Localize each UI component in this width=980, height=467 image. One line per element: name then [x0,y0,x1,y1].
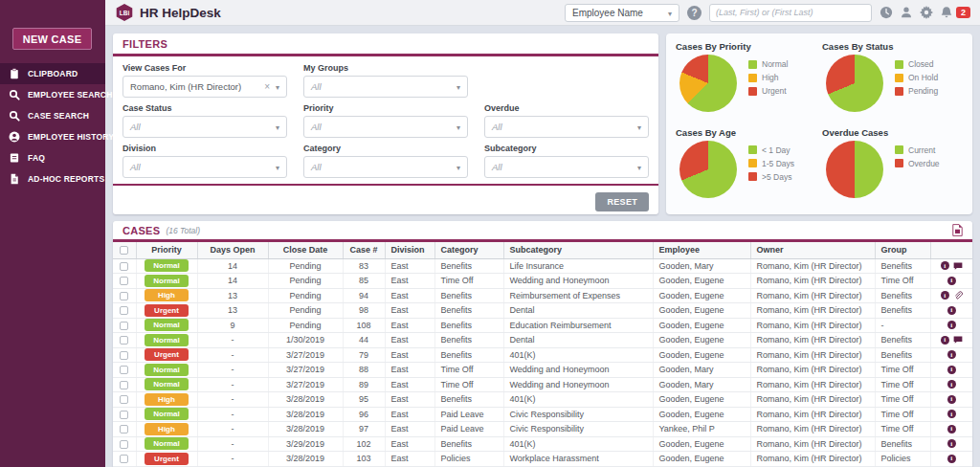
cell-icons: i [930,347,972,363]
column-header-days_open[interactable]: Days Open [197,242,268,258]
info-icon[interactable]: i [941,336,949,345]
new-case-button[interactable]: NEW CASE [12,28,92,50]
info-icon[interactable]: i [947,395,956,404]
view-cases-for-dropdown[interactable]: Romano, Kim (HR Director) [122,76,287,98]
bell-icon[interactable] [940,6,953,19]
filter-label: View Cases For [122,63,287,73]
cell-group: Time Off [875,377,930,392]
priority-dropdown[interactable]: All [303,116,468,138]
info-icon[interactable]: i [947,425,956,434]
row-checkbox[interactable] [120,306,128,315]
row-checkbox[interactable] [120,440,128,449]
cell-days_open: - [197,407,268,422]
row-checkbox[interactable] [120,455,128,463]
employee-name-dropdown[interactable]: Employee Name [565,4,679,22]
subcategory-dropdown[interactable]: All [484,156,649,178]
case-row-79: Urgent-3/27/201979EastBenefits401(K)Good… [113,347,972,363]
info-icon[interactable]: i [947,380,956,389]
cell-priority: Normal [136,258,197,274]
legend-item-overdue: Overdue [895,159,940,168]
cell-group: - [875,318,930,333]
help-button[interactable]: ? [687,6,702,20]
comment-icon[interactable] [953,335,963,345]
user-icon[interactable] [900,6,913,19]
case-status-dropdown[interactable]: All [122,116,287,138]
row-checkbox[interactable] [120,351,128,360]
row-action-icons: i [937,380,968,389]
row-checkbox[interactable] [120,262,128,271]
cases-table-body: Normal14Pending83EastBenefitsLife Insura… [113,258,972,466]
info-icon[interactable]: i [941,291,949,300]
info-icon[interactable]: i [941,261,949,270]
cell-division: East [385,422,434,437]
attachment-icon[interactable] [953,291,963,300]
select-all-checkbox[interactable] [120,246,128,255]
category-dropdown[interactable]: All [303,156,468,178]
case-row-95: High-3/28/201995EastBenefits401(K)Gooden… [113,392,972,408]
cell-division: East [385,318,434,333]
cell-group: Benefits [875,436,930,452]
search-input[interactable] [716,8,855,17]
info-icon[interactable]: i [947,455,956,463]
row-checkbox[interactable] [120,366,128,374]
info-icon[interactable]: i [947,350,956,359]
cases-header: CASES (16 Total) [113,221,972,242]
filter-label: Priority [303,103,468,113]
sidebar-item-employee-history[interactable]: EMPLOYEE HISTORY [0,126,105,147]
info-icon[interactable]: i [947,366,956,374]
sidebar-item-faq[interactable]: FAQ [0,147,105,168]
cell-group: Benefits [875,288,930,303]
row-checkbox[interactable] [120,411,128,419]
sidebar-item-ad-hoc-reports[interactable]: AD-HOC REPORTS [0,168,105,189]
info-icon[interactable]: i [947,321,956,329]
info-icon[interactable]: i [947,306,956,315]
cell-owner: Romano, Kim (HR Director) [750,452,875,467]
cell-check [113,407,136,422]
legend-label: Closed [908,59,933,69]
column-header-priority[interactable]: Priority [136,242,197,258]
column-header-case_number[interactable]: Case # [343,242,385,258]
division-dropdown[interactable]: All [122,156,287,178]
row-checkbox[interactable] [120,322,128,330]
reset-button[interactable]: RESET [595,192,649,211]
cell-employee: Gooden, Mary [653,377,750,392]
cell-case_number: 103 [343,452,385,467]
export-file-icon[interactable] [952,224,963,236]
column-header-category[interactable]: Category [434,242,503,258]
gear-icon[interactable] [920,6,933,19]
clock-icon[interactable] [880,6,893,19]
sidebar-item-case-search[interactable]: CASE SEARCH [0,105,105,126]
search-icon [9,110,20,122]
info-icon[interactable]: i [947,410,956,418]
info-icon[interactable]: i [947,277,956,285]
clear-selection-icon[interactable] [264,81,270,92]
row-action-icons: i [937,410,968,418]
row-checkbox[interactable] [120,425,128,434]
comment-icon[interactable] [953,261,963,271]
column-header-close_date[interactable]: Close Date [268,242,343,258]
cell-group: Time Off [875,392,930,408]
info-icon[interactable]: i [947,439,956,448]
column-header-group[interactable]: Group [875,242,930,258]
column-header-subcategory[interactable]: Subcategory [503,242,653,258]
search-icon[interactable] [855,8,865,18]
sidebar-item-clipboard[interactable]: CLIPBOARD [0,63,105,84]
cell-days_open: - [197,436,268,452]
row-checkbox[interactable] [120,381,128,389]
row-checkbox[interactable] [120,292,128,300]
column-header-owner[interactable]: Owner [750,242,875,258]
dropdown-placeholder: All [311,162,322,172]
overdue-dropdown[interactable]: All [484,116,649,138]
cell-close_date: Pending [268,303,343,319]
legend-item-high: High [748,73,788,82]
row-checkbox[interactable] [120,395,128,404]
legend-item-closed: Closed [895,59,938,69]
row-checkbox[interactable] [120,336,128,345]
column-header-employee[interactable]: Employee [653,242,750,258]
case-row-89: Normal-3/27/201989EastTime OffWedding an… [113,377,972,392]
sidebar-item-employee-search[interactable]: EMPLOYEE SEARCH [0,84,105,105]
column-header-division[interactable]: Division [385,242,434,258]
my-groups-dropdown[interactable]: All [303,76,468,98]
row-checkbox[interactable] [120,277,128,285]
cell-priority: Normal [136,407,197,422]
